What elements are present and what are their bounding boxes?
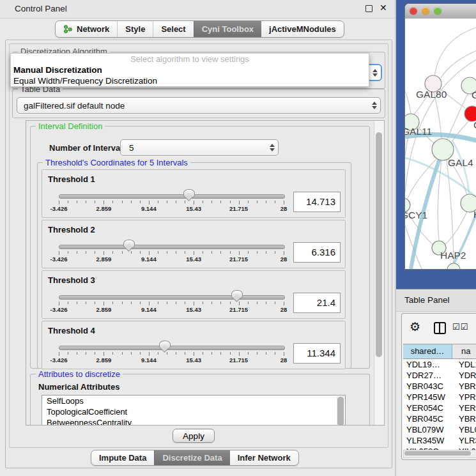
slider-tick [239,201,240,204]
threshold-value-field[interactable]: 11.344 [293,343,341,364]
cell-name[interactable]: YER0 [455,403,476,413]
apply-button[interactable]: Apply [173,429,215,443]
mac-zoom-icon[interactable] [434,7,441,15]
attribute-list-item[interactable]: TopologicalCoefficient [42,406,345,417]
slider-thumb[interactable] [231,290,243,300]
tab-cyni-toolbox[interactable]: Cyni Toolbox [194,21,261,37]
slider-track[interactable] [59,245,285,249]
cell-shared-name[interactable]: YPR145W [403,392,455,403]
tab-select-label: Select [161,24,185,34]
table-row[interactable]: YPR145WYPR1 [403,392,476,403]
cell-shared-name[interactable]: YBL079W [403,424,455,435]
slider-thumb[interactable] [123,240,135,249]
slider-tick [95,251,95,254]
attributes-scrollbar[interactable] [337,396,344,426]
slider-tick [59,352,59,356]
cell-shared-name[interactable]: YBR043C [403,381,455,392]
mac-minimize-icon[interactable] [422,7,429,15]
slider-tick [122,352,123,355]
gear-icon[interactable]: ⚙ [410,319,420,334]
mac-close-icon[interactable] [410,7,417,15]
cell-shared-name[interactable]: YLR345W [403,435,455,446]
tab-discretize-data[interactable]: Discretize Data [154,450,229,465]
slider-track[interactable] [59,295,285,300]
cell-name[interactable]: YBR0 [455,413,476,424]
column-header-name[interactable]: na [452,344,476,358]
cell-shared-name[interactable]: YBR045C [403,413,455,424]
cell-name[interactable]: YDL1 [455,359,476,370]
cell-name[interactable]: YBR0 [455,381,476,392]
table-row[interactable]: YBR043CYBR0 [403,381,476,392]
slider-thumb[interactable] [159,341,171,350]
table-row[interactable]: YER054CYER0 [403,403,476,413]
cell-name[interactable]: YBL0 [455,424,476,435]
table-hscrollbar-thumb[interactable] [404,451,471,456]
table-row[interactable]: YBR045CYBR0 [403,413,476,424]
tab-jactivemnodules[interactable]: jActiveMNodules [261,21,344,37]
slider-tick [194,352,194,356]
network-window-titlebar[interactable] [405,4,476,19]
table-row[interactable]: YDR27…YDR2 [403,370,476,381]
close-icon[interactable]: ✕ [380,3,387,13]
cell-name[interactable]: YDR2 [455,370,476,381]
slider-tick [122,302,123,304]
tab-network[interactable]: Network [56,21,117,37]
table-horizontal-scrollbar[interactable] [403,450,476,458]
threshold-value-field[interactable]: 14.713 [293,192,341,212]
algorithm-popup-placeholder: Select algorithm to view settings [11,54,369,65]
network-edge[interactable] [405,91,411,114]
float-window-icon[interactable] [365,5,372,12]
slider-tick [230,251,231,254]
attribute-list-item[interactable]: BetweennessCentrality [42,417,345,426]
cell-shared-name[interactable]: YDR27… [403,370,455,381]
tab-select[interactable]: Select [153,21,193,37]
attribute-list-item[interactable]: SelfLoops [42,395,345,406]
slider-track[interactable] [59,346,285,350]
threshold-value-field[interactable]: 21.4 [293,293,341,313]
number-of-intervals-combobox[interactable]: 5 [120,139,279,156]
popup-item-manual-discretization[interactable]: Manual Discretization [11,65,369,75]
network-edge[interactable] [441,50,476,78]
table-row[interactable]: YDL19…YDL1 [403,359,476,370]
table-row[interactable]: YLR345WYLR3 [403,435,476,446]
slider-tick [68,302,68,304]
table-row[interactable]: YBL079WYBL0 [403,424,476,435]
checkboxes-icon[interactable]: ☑☑ [452,322,468,332]
network-edge[interactable] [447,94,468,139]
slider-tick [176,201,176,203]
slider-tick [176,251,176,254]
tab-style[interactable]: Style [117,21,153,37]
slider-tick [203,201,203,203]
numerical-attributes-list[interactable]: SelfLoopsTopologicalCoefficientBetweenne… [42,395,346,426]
cell-name[interactable]: YLR3 [455,435,476,446]
slider-tick-label: -3.426 [50,306,68,313]
cell-shared-name[interactable]: YER054C [403,403,455,413]
threshold-value-field[interactable]: 6.316 [293,242,341,263]
tab-infer-network[interactable]: Infer Network [230,450,298,465]
tab-network-label: Network [77,24,109,34]
table-data-combobox[interactable]: galFiltered.sif default node [17,97,381,114]
tab-impute-data[interactable]: Impute Data [91,450,154,465]
tab-style-label: Style [125,24,145,34]
columns-icon[interactable] [434,322,446,334]
tab-cyni-toolbox-label: Cyni Toolbox [202,24,254,34]
screen: Control Panel ✕ Network Style Select Cyn… [0,0,476,476]
slider-thumb[interactable] [183,189,195,199]
settings-scrollbar-thumb[interactable] [376,132,382,357]
network-edge[interactable] [434,27,476,76]
network-canvas[interactable]: GAL80GACGAL11GAL4GCY1HHAP2 [405,19,476,269]
slider-tick-label: 28 [280,256,288,263]
column-header-shared-name[interactable]: shared… [403,344,452,358]
cell-shared-name[interactable]: YDL19… [403,359,455,370]
attributes-scrollbar-thumb[interactable] [337,397,344,426]
slider-tick [176,302,176,304]
network-edge[interactable] [445,211,467,244]
bottom-tabbar: Impute Data Discretize Data Infer Networ… [91,450,299,466]
network-node[interactable] [447,263,460,269]
cell-name[interactable]: YPR1 [455,392,476,403]
network-edge[interactable] [447,160,454,263]
network-window[interactable]: GAL80GACGAL11GAL4GCY1HHAP2 [404,3,476,270]
popup-item-equal-width-frequency[interactable]: Equal Width/Frequency Discretization [11,75,369,86]
settings-vertical-scrollbar[interactable] [374,121,384,425]
slider-track[interactable] [59,194,285,199]
